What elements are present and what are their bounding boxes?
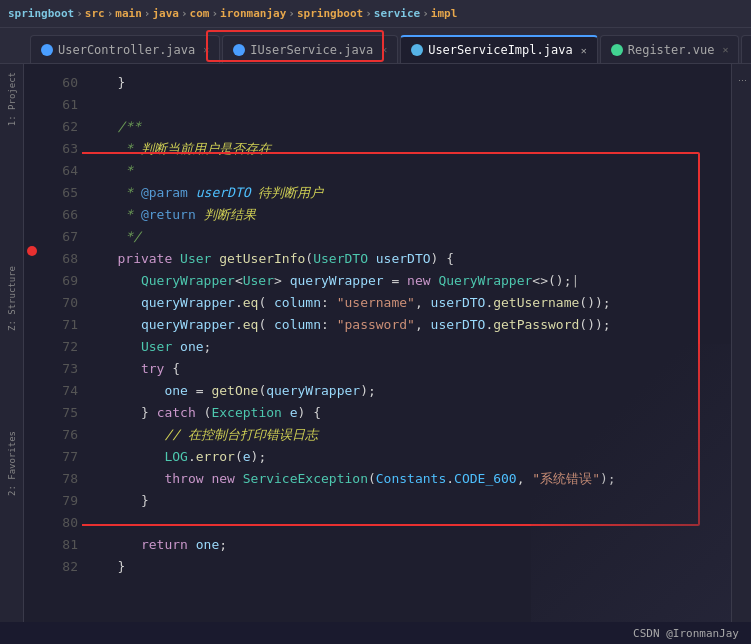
code-line-79: }: [94, 490, 723, 512]
sidebar-project-label[interactable]: 1: Project: [7, 72, 17, 126]
tab-label-iuserservice: IUserService.java: [250, 43, 373, 57]
code-line-69: QueryWrapper<User> queryWrapper = new Qu…: [94, 270, 723, 292]
breadcrumb-main[interactable]: main: [115, 7, 142, 20]
code-line-75: } catch (Exception e) {: [94, 402, 723, 424]
tab-close-iuserservice[interactable]: ✕: [381, 44, 387, 55]
tab-label-register-vue: Register.vue: [628, 43, 715, 57]
code-line-72: User one;: [94, 336, 723, 358]
left-sidebar: 1: Project Z: Structure 2: Favorites: [0, 64, 24, 644]
code-line-64: *: [94, 160, 723, 182]
breadcrumb-src[interactable]: src: [85, 7, 105, 20]
tab-close-usercontroller[interactable]: ✕: [203, 44, 209, 55]
code-line-66: * @return 判断结果: [94, 204, 723, 226]
sidebar-favorites-label[interactable]: 2: Favorites: [7, 431, 17, 496]
code-line-70: queryWrapper.eq( column: "username", use…: [94, 292, 723, 314]
watermark-text: CSDN @IronmanJay: [633, 627, 739, 640]
code-line-71: queryWrapper.eq( column: "password", use…: [94, 314, 723, 336]
tab-userserviceimpl[interactable]: UserServiceImpl.java ✕: [400, 35, 598, 63]
code-area: } /** * 判断当前用户是否存在 * * @param userDTO 待判…: [82, 64, 731, 644]
breadcrumb-com[interactable]: com: [190, 7, 210, 20]
code-line-77: LOG.error(e);: [94, 446, 723, 468]
sidebar-structure-label[interactable]: Z: Structure: [7, 266, 17, 331]
breadcrumb-springboot[interactable]: springboot: [297, 7, 363, 20]
code-line-60: }: [94, 72, 723, 94]
tab-register-vue[interactable]: Register.vue ✕: [600, 35, 740, 63]
editor-area: 1: Project Z: Structure 2: Favorites: [0, 64, 751, 644]
line-numbers: 60 61 62 63 64 65 66 67 68 69 70 71 72 7…: [42, 64, 82, 644]
tab-bar: UserController.java ✕ IUserService.java …: [0, 28, 751, 64]
breadcrumb-java[interactable]: java: [152, 7, 179, 20]
code-line-65: * @param userDTO 待判断用户: [94, 182, 723, 204]
gutter: [24, 64, 42, 644]
code-line-63: * 判断当前用户是否存在: [94, 138, 723, 160]
code-line-73: try {: [94, 358, 723, 380]
right-sidebar-label: ⋮: [737, 76, 747, 85]
code-line-81: return one;: [94, 534, 723, 556]
code-line-80: [94, 512, 723, 534]
breadcrumb: springboot › src › main › java › com › i…: [0, 0, 751, 28]
tab-icon-java: [41, 44, 53, 56]
code-line-78: throw new ServiceException(Constants.COD…: [94, 468, 723, 490]
tab-icon-iuserservice: [233, 44, 245, 56]
tab-close-register-vue[interactable]: ✕: [722, 44, 728, 55]
breadcrumb-project[interactable]: springboot: [8, 7, 74, 20]
tab-icon-userserviceimpl: [411, 44, 423, 56]
code-line-68: private User getUserInfo(UserDTO userDTO…: [94, 248, 723, 270]
tab-icon-vue: [611, 44, 623, 56]
breadcrumb-service[interactable]: service: [374, 7, 420, 20]
code-line-74: one = getOne(queryWrapper);: [94, 380, 723, 402]
tab-close-userserviceimpl[interactable]: ✕: [581, 45, 587, 56]
bottom-bar: CSDN @IronmanJay: [0, 622, 751, 644]
code-line-67: */: [94, 226, 723, 248]
code-line-76: // 在控制台打印错误日志: [94, 424, 723, 446]
code-line-62: /**: [94, 116, 723, 138]
tab-iuserservice[interactable]: IUserService.java ✕: [222, 35, 398, 63]
breadcrumb-impl[interactable]: impl: [431, 7, 458, 20]
code-line-61: [94, 94, 723, 116]
tab-indexjs[interactable]: index.js ✕: [741, 35, 751, 63]
code-line-82: }: [94, 556, 723, 578]
tab-label-usercontroller: UserController.java: [58, 43, 195, 57]
tab-usercontroller[interactable]: UserController.java ✕: [30, 35, 220, 63]
tab-label-userserviceimpl: UserServiceImpl.java: [428, 43, 573, 57]
breadcrumb-ironmanjay[interactable]: ironmanjay: [220, 7, 286, 20]
right-sidebar: ⋮: [731, 64, 751, 644]
